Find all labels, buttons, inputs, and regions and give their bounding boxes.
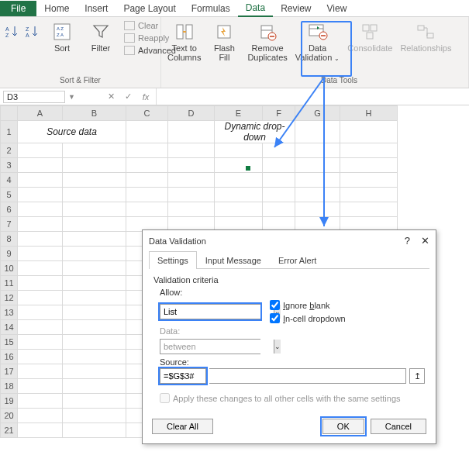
row-header[interactable]: 9 <box>1 247 18 261</box>
cell[interactable] <box>168 202 215 217</box>
cell[interactable] <box>63 247 126 261</box>
row-header[interactable]: 16 <box>1 350 18 364</box>
cell[interactable] <box>18 158 63 173</box>
incell-dropdown-checkbox[interactable]: In-cell dropdown <box>270 313 346 323</box>
cell[interactable] <box>263 173 295 188</box>
cell[interactable] <box>63 188 126 202</box>
row-header[interactable]: 13 <box>1 305 18 320</box>
range-picker-icon[interactable]: ↥ <box>409 368 425 384</box>
name-box[interactable]: D3 <box>3 91 65 103</box>
row-header[interactable]: 17 <box>1 364 18 379</box>
cell[interactable] <box>168 188 215 202</box>
close-icon[interactable]: ✕ <box>421 235 429 247</box>
col-header-C[interactable]: C <box>126 106 168 121</box>
cell[interactable] <box>18 364 63 379</box>
dialog-tab-error-alert[interactable]: Error Alert <box>270 251 326 269</box>
name-box-dropdown-icon[interactable]: ▼ <box>68 93 75 101</box>
cell[interactable] <box>18 247 63 261</box>
source-input-ext[interactable] <box>209 368 406 384</box>
cell[interactable] <box>63 232 126 247</box>
cell[interactable] <box>63 394 126 409</box>
cell[interactable] <box>63 173 126 188</box>
tab-review[interactable]: Review <box>273 1 319 16</box>
cell[interactable] <box>18 217 63 232</box>
filter-button[interactable]: Filter <box>84 20 118 54</box>
cell[interactable] <box>126 188 168 202</box>
consolidate-button[interactable]: Consolidate <box>346 20 394 54</box>
ok-button[interactable]: OK <box>322 419 364 434</box>
col-header-F[interactable]: F <box>263 106 295 121</box>
cell[interactable]: Source data <box>18 121 126 143</box>
cell[interactable] <box>63 291 126 305</box>
cell[interactable] <box>168 173 215 188</box>
cell[interactable] <box>126 121 168 143</box>
row-header[interactable]: 8 <box>1 232 18 247</box>
cell[interactable] <box>18 173 63 188</box>
relationships-button[interactable]: Relationships <box>398 20 453 54</box>
cell[interactable] <box>340 202 398 217</box>
tab-data[interactable]: Data <box>238 0 273 17</box>
col-header-B[interactable]: B <box>63 106 126 121</box>
sort-za-button[interactable]: ZA <box>25 20 40 43</box>
cell[interactable] <box>63 276 126 291</box>
row-header[interactable]: 20 <box>1 409 18 423</box>
cell[interactable] <box>63 217 126 232</box>
row-header[interactable]: 19 <box>1 394 18 409</box>
tab-formulas[interactable]: Formulas <box>184 1 238 16</box>
cancel-formula-icon[interactable]: ✕ <box>105 91 119 102</box>
cell[interactable] <box>18 188 63 202</box>
allow-combo[interactable]: ⌄ <box>160 304 260 319</box>
cell[interactable] <box>263 143 295 158</box>
cell[interactable] <box>295 188 340 202</box>
cell[interactable] <box>263 158 295 173</box>
allow-value[interactable] <box>160 305 274 319</box>
cell[interactable] <box>126 173 168 188</box>
cell[interactable] <box>263 202 295 217</box>
cell[interactable]: Dynamic drop-down <box>215 121 295 143</box>
sort-az-button[interactable]: AZ <box>5 20 20 43</box>
cell[interactable] <box>18 232 63 247</box>
row-header[interactable]: 14 <box>1 320 18 335</box>
cell[interactable] <box>126 202 168 217</box>
cell[interactable] <box>63 409 126 423</box>
cell[interactable] <box>126 158 168 173</box>
cell[interactable] <box>340 143 398 158</box>
col-header-E[interactable]: E <box>215 106 263 121</box>
cell[interactable] <box>18 320 63 335</box>
cell[interactable] <box>63 423 126 438</box>
col-header-A[interactable]: A <box>18 106 63 121</box>
dialog-tab-settings[interactable]: Settings <box>149 251 197 269</box>
cell[interactable] <box>63 364 126 379</box>
cell[interactable] <box>168 121 215 143</box>
cell[interactable] <box>63 261 126 276</box>
tab-insert[interactable]: Insert <box>77 1 116 16</box>
cell[interactable] <box>18 350 63 364</box>
row-header[interactable]: 18 <box>1 379 18 394</box>
cell[interactable] <box>295 158 340 173</box>
cell[interactable] <box>295 121 340 143</box>
tab-view[interactable]: View <box>319 1 355 16</box>
cell[interactable] <box>18 261 63 276</box>
row-header[interactable]: 2 <box>1 143 18 158</box>
cell[interactable] <box>340 173 398 188</box>
cell[interactable] <box>126 143 168 158</box>
fx-icon[interactable]: fx <box>139 92 153 102</box>
row-header[interactable]: 5 <box>1 188 18 202</box>
row-header[interactable]: 6 <box>1 202 18 217</box>
cancel-button[interactable]: Cancel <box>371 419 426 434</box>
source-input[interactable] <box>160 368 206 384</box>
cell[interactable] <box>215 173 263 188</box>
cell[interactable] <box>168 158 215 173</box>
cell[interactable] <box>63 143 126 158</box>
cell[interactable] <box>63 335 126 350</box>
cell[interactable] <box>295 143 340 158</box>
row-header[interactable]: 1 <box>1 121 18 143</box>
cell[interactable] <box>18 409 63 423</box>
cell[interactable] <box>18 202 63 217</box>
tab-home[interactable]: Home <box>36 1 77 16</box>
cell[interactable] <box>263 188 295 202</box>
cell[interactable] <box>215 143 263 158</box>
select-all-corner[interactable] <box>1 106 18 121</box>
cell[interactable] <box>18 423 63 438</box>
help-button[interactable]: ? <box>405 235 410 247</box>
